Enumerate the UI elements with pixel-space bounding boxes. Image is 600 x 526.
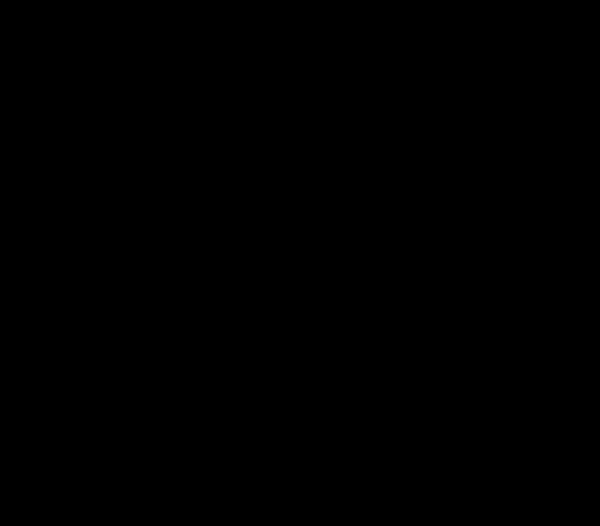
xspec-plot-window — [0, 0, 600, 526]
spectrum-chart — [0, 0, 600, 526]
